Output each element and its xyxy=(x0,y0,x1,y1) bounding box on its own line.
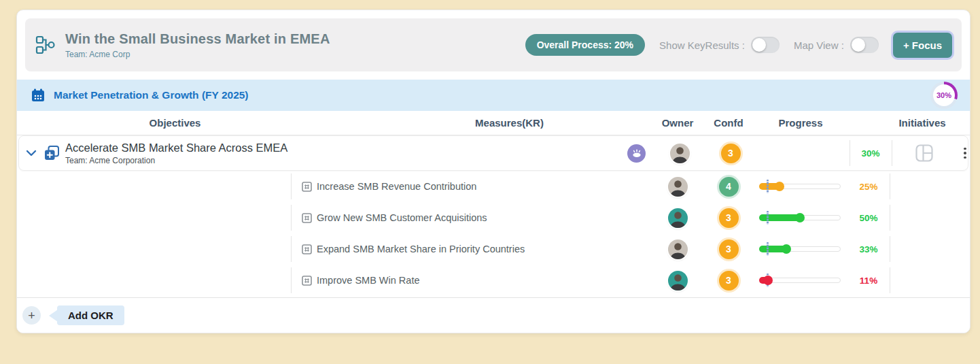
section-title: Market Penetration & Growth (FY 2025) xyxy=(54,89,249,101)
key-result-owner-avatar[interactable] xyxy=(668,208,688,228)
key-result-title[interactable]: Expand SMB Market Share in Priority Coun… xyxy=(317,244,525,254)
progress-slider[interactable] xyxy=(759,183,841,190)
page-team: Team: Acme Corp xyxy=(65,50,330,59)
slider-knob[interactable] xyxy=(775,182,784,191)
key-result-owner-avatar[interactable] xyxy=(668,239,688,259)
calendar-icon xyxy=(31,88,46,103)
map-view-toggle[interactable] xyxy=(850,37,879,53)
column-header-progress: Progress xyxy=(754,117,847,129)
progress-value: 11% xyxy=(847,276,890,286)
key-result-owner-avatar[interactable] xyxy=(668,177,688,197)
section-band: Market Penetration & Growth (FY 2025) 30… xyxy=(17,80,970,111)
progress-value: 50% xyxy=(847,213,890,223)
key-result-title[interactable]: Grow New SMB Customer Acquisitions xyxy=(317,212,487,223)
confidence-badge[interactable]: 3 xyxy=(719,271,739,291)
key-result-row: Expand SMB Market Share in Priority Coun… xyxy=(17,233,970,265)
focus-button[interactable]: + Focus xyxy=(893,33,952,58)
objective-progress-value: 30% xyxy=(850,148,892,159)
confidence-badge[interactable]: 4 xyxy=(719,177,739,197)
collapse-chevron-icon[interactable] xyxy=(23,145,39,161)
key-result-icon xyxy=(302,244,312,254)
column-header-owner: Owner xyxy=(652,117,703,129)
okr-panel: Win the Small Business Market in EMEA Te… xyxy=(16,10,970,333)
key-result-icon xyxy=(302,276,312,286)
target-tick xyxy=(767,211,769,225)
key-result-row: Grow New SMB Customer Acquisitions 3 50% xyxy=(17,202,970,233)
objective-confidence-badge[interactable]: 3 xyxy=(721,144,741,163)
objective-team: Team: Acme Corporation xyxy=(65,156,287,165)
key-result-row: Improve SMB Win Rate 3 11% xyxy=(17,265,970,296)
key-result-title[interactable]: Increase SMB Revenue Contribution xyxy=(317,181,476,192)
footer-bar: + Add OKR xyxy=(17,297,970,333)
column-header-measures: Measures(KR) xyxy=(291,117,652,129)
slider-knob[interactable] xyxy=(782,244,791,254)
slider-knob[interactable] xyxy=(795,213,805,222)
key-result-row: Increase SMB Revenue Contribution 4 25% xyxy=(17,171,970,202)
toggle-knob xyxy=(752,38,766,52)
target-tick xyxy=(767,180,769,193)
confidence-badge[interactable]: 3 xyxy=(719,208,739,228)
celebrate-icon[interactable] xyxy=(627,144,646,163)
add-okr-button[interactable]: Add OKR xyxy=(57,305,124,325)
map-view-label: Map View : xyxy=(794,39,844,51)
initiatives-board-icon[interactable] xyxy=(892,144,957,162)
show-keyresults-toggle[interactable] xyxy=(751,37,780,53)
panel-header: Win the Small Business Market in EMEA Te… xyxy=(25,18,962,71)
key-result-icon xyxy=(302,182,312,192)
quarter-progress-gauge: 30% xyxy=(930,82,958,109)
confidence-badge[interactable]: 3 xyxy=(719,239,739,259)
table-header-row: Objectives Measures(KR) Owner Confd Prog… xyxy=(17,111,970,135)
objective-owner-avatar[interactable] xyxy=(670,144,690,163)
objective-type-icon xyxy=(43,145,60,161)
objective-title[interactable]: Accelerate SMB Market Share Across EMEA xyxy=(65,142,287,154)
kr-list: Increase SMB Revenue Contribution 4 25% xyxy=(17,171,970,296)
column-header-confidence: Confd xyxy=(703,117,754,129)
column-header-objectives: Objectives xyxy=(17,117,291,129)
progress-value: 25% xyxy=(847,182,890,192)
overall-progress-badge: Overall Process: 20% xyxy=(525,34,645,56)
toggle-knob xyxy=(852,38,865,52)
page-title: Win the Small Business Market in EMEA xyxy=(65,31,330,47)
column-header-initiatives: Initiatives xyxy=(890,117,955,129)
show-keyresults-label: Show KeyResults : xyxy=(659,39,745,51)
add-okr-plus-icon[interactable]: + xyxy=(22,306,41,325)
progress-slider[interactable] xyxy=(759,246,841,252)
progress-value: 33% xyxy=(847,244,890,254)
key-result-icon xyxy=(302,213,312,223)
progress-slider[interactable] xyxy=(759,277,841,284)
key-result-owner-avatar[interactable] xyxy=(668,271,688,291)
row-menu-icon[interactable] xyxy=(957,145,970,162)
target-tick xyxy=(767,242,769,256)
hierarchy-icon xyxy=(35,35,56,55)
slider-knob[interactable] xyxy=(763,276,773,285)
gauge-value: 30% xyxy=(937,91,951,99)
progress-slider[interactable] xyxy=(759,214,841,221)
key-result-title[interactable]: Improve SMB Win Rate xyxy=(317,275,420,286)
objective-row: Accelerate SMB Market Share Across EMEA … xyxy=(18,135,968,171)
